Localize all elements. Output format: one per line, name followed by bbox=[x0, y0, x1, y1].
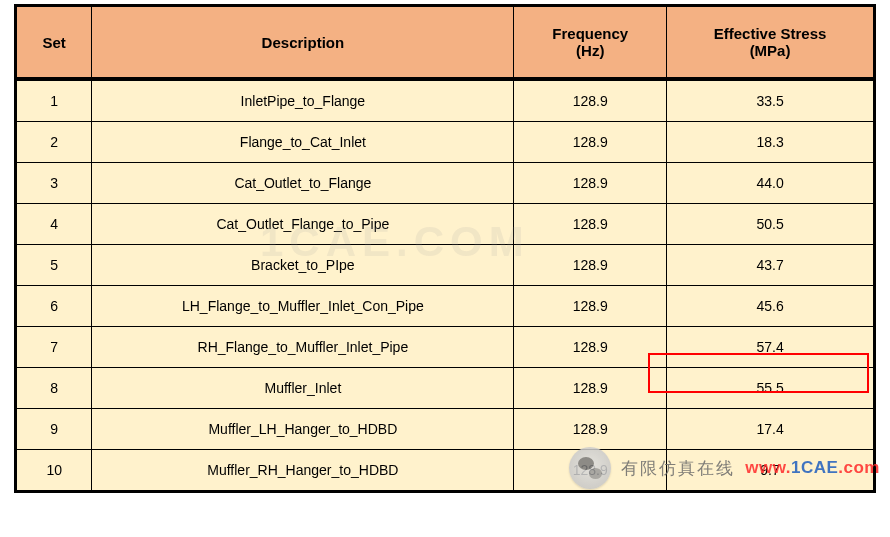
cell-set: 10 bbox=[16, 450, 92, 492]
cell-frequency: 128.9 bbox=[514, 327, 667, 368]
cell-set: 5 bbox=[16, 245, 92, 286]
table-row: 3Cat_Outlet_to_Flange128.944.0 bbox=[16, 163, 875, 204]
cell-frequency: 128.9 bbox=[514, 79, 667, 122]
cell-description: Cat_Outlet_to_Flange bbox=[92, 163, 514, 204]
header-stress: Effective Stress (MPa) bbox=[667, 6, 875, 80]
url-www: www. bbox=[745, 458, 791, 477]
table-container: Set Description Frequency (Hz) Effective… bbox=[0, 0, 890, 493]
url-com: .com bbox=[838, 458, 880, 477]
table-row: 7RH_Flange_to_Muffler_Inlet_Pipe128.957.… bbox=[16, 327, 875, 368]
cell-stress: 57.4 bbox=[667, 327, 875, 368]
cell-stress: 18.3 bbox=[667, 122, 875, 163]
cell-set: 7 bbox=[16, 327, 92, 368]
table-row: 8Muffler_Inlet128.955.5 bbox=[16, 368, 875, 409]
cell-stress: 45.6 bbox=[667, 286, 875, 327]
wechat-icon bbox=[569, 447, 611, 489]
header-set: Set bbox=[16, 6, 92, 80]
cell-frequency: 128.9 bbox=[514, 204, 667, 245]
cell-frequency: 128.9 bbox=[514, 368, 667, 409]
cell-description: Muffler_RH_Hanger_to_HDBD bbox=[92, 450, 514, 492]
table-row: 9Muffler_LH_Hanger_to_HDBD128.917.4 bbox=[16, 409, 875, 450]
table-row: 1InletPipe_to_Flange128.933.5 bbox=[16, 79, 875, 122]
cell-stress: 55.5 bbox=[667, 368, 875, 409]
cell-set: 1 bbox=[16, 79, 92, 122]
cell-set: 2 bbox=[16, 122, 92, 163]
cell-set: 4 bbox=[16, 204, 92, 245]
cell-description: Muffler_Inlet bbox=[92, 368, 514, 409]
table-row: 2Flange_to_Cat_Inlet128.918.3 bbox=[16, 122, 875, 163]
table-body: 1InletPipe_to_Flange128.933.52Flange_to_… bbox=[16, 79, 875, 492]
table-header-row: Set Description Frequency (Hz) Effective… bbox=[16, 6, 875, 80]
cell-description: Muffler_LH_Hanger_to_HDBD bbox=[92, 409, 514, 450]
cell-stress: 43.7 bbox=[667, 245, 875, 286]
cell-description: Flange_to_Cat_Inlet bbox=[92, 122, 514, 163]
watermark-url: www.1CAE.com bbox=[745, 458, 880, 478]
cell-set: 9 bbox=[16, 409, 92, 450]
cell-description: RH_Flange_to_Muffler_Inlet_Pipe bbox=[92, 327, 514, 368]
header-frequency: Frequency (Hz) bbox=[514, 6, 667, 80]
cell-stress: 33.5 bbox=[667, 79, 875, 122]
cell-set: 3 bbox=[16, 163, 92, 204]
cell-frequency: 128.9 bbox=[514, 245, 667, 286]
url-domain: 1CAE bbox=[791, 458, 838, 477]
cell-description: Bracket_to_PIpe bbox=[92, 245, 514, 286]
cell-frequency: 128.9 bbox=[514, 409, 667, 450]
table-row: 4Cat_Outlet_Flange_to_Pipe128.950.5 bbox=[16, 204, 875, 245]
data-table: Set Description Frequency (Hz) Effective… bbox=[14, 4, 876, 493]
cell-stress: 50.5 bbox=[667, 204, 875, 245]
cell-frequency: 128.9 bbox=[514, 122, 667, 163]
cell-frequency: 128.9 bbox=[514, 286, 667, 327]
table-row: 6LH_Flange_to_Muffler_Inlet_Con_Pipe128.… bbox=[16, 286, 875, 327]
table-row: 5Bracket_to_PIpe128.943.7 bbox=[16, 245, 875, 286]
cell-stress: 44.0 bbox=[667, 163, 875, 204]
cell-set: 8 bbox=[16, 368, 92, 409]
cell-description: InletPipe_to_Flange bbox=[92, 79, 514, 122]
header-description: Description bbox=[92, 6, 514, 80]
cell-stress: 17.4 bbox=[667, 409, 875, 450]
cell-description: Cat_Outlet_Flange_to_Pipe bbox=[92, 204, 514, 245]
cell-set: 6 bbox=[16, 286, 92, 327]
cell-description: LH_Flange_to_Muffler_Inlet_Con_Pipe bbox=[92, 286, 514, 327]
watermark-footer: 有限仿真在线 www.1CAE.com bbox=[569, 447, 880, 489]
cell-frequency: 128.9 bbox=[514, 163, 667, 204]
watermark-cn-text: 有限仿真在线 bbox=[621, 457, 735, 480]
